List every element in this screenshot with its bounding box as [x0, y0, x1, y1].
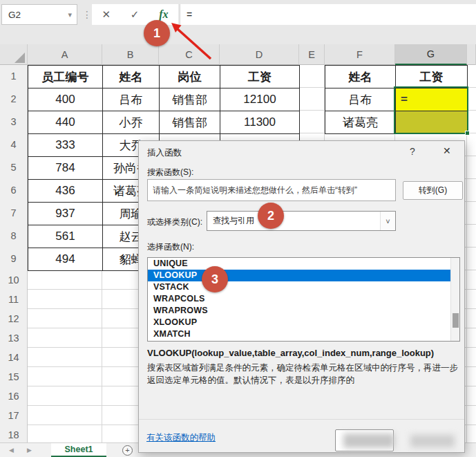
row-header[interactable]: 6 [0, 179, 27, 202]
row-header[interactable]: 4 [0, 133, 27, 156]
row-header[interactable]: 5 [0, 156, 27, 179]
cell-a6[interactable]: 436 [28, 180, 103, 203]
cell-a9[interactable]: 494 [28, 248, 103, 271]
cell-c1[interactable]: 岗位 [160, 66, 220, 88]
dialog-title: 插入函数 [147, 147, 182, 159]
function-help-link[interactable]: 有关该函数的帮助 [146, 432, 216, 444]
cell-f3[interactable]: 诸葛亮 [325, 111, 396, 134]
row-header[interactable]: 16 [0, 386, 27, 406]
col-header-sliver [467, 44, 476, 65]
cell-d1[interactable]: 工资 [220, 66, 300, 88]
add-sheet-icon[interactable]: + [122, 445, 133, 456]
col-header-e[interactable]: E [299, 44, 325, 65]
col-header-a[interactable]: A [28, 44, 102, 65]
chevron-down-icon[interactable]: ▾ [68, 10, 77, 19]
cell-b3[interactable]: 小乔 [103, 111, 160, 134]
select-function-label: 选择函数(N): [147, 241, 194, 253]
cell-a2[interactable]: 400 [28, 88, 103, 111]
category-dropdown[interactable]: 查找与引用 ˅ [207, 211, 396, 231]
cancel-icon[interactable]: ✕ [102, 8, 111, 21]
col-header-g-selected[interactable]: G [395, 44, 467, 65]
col-header-f[interactable]: F [325, 44, 395, 65]
row-header[interactable]: 12 [0, 309, 27, 328]
row-header[interactable]: 17 [0, 406, 27, 425]
excel-window: G2 ▾ ⋮ ✕ ✓ fx = A B C D E F G 1 2 3 [0, 0, 476, 457]
cell-a4[interactable]: 333 [28, 134, 103, 157]
function-item[interactable]: UNIQUE [148, 258, 459, 270]
go-button[interactable]: 转到(G) [403, 181, 463, 200]
formula-buttons: ✕ ✓ fx [92, 4, 178, 25]
fill-handle[interactable] [465, 131, 470, 136]
row-headers: 1 2 3 4 5 6 7 8 9 10 11 12 13 14 15 16 1… [0, 65, 28, 445]
combo-chevron-icon[interactable]: ˅ [380, 212, 395, 230]
cell-a8[interactable]: 561 [28, 225, 103, 248]
row-header[interactable]: 13 [0, 328, 27, 348]
cell-f1[interactable]: 姓名 [325, 66, 396, 88]
tab-sheet1[interactable]: Sheet1 [51, 443, 106, 457]
step-3-badge: 3 [202, 266, 228, 292]
name-box-value: G2 [2, 10, 68, 20]
function-item[interactable]: XLOOKUP [148, 317, 459, 328]
censor-blur [410, 435, 455, 447]
corner-triangle-icon [15, 53, 25, 63]
cell-a3[interactable]: 440 [28, 111, 103, 134]
row-header[interactable]: 1 [0, 65, 27, 88]
dialog-close-icon[interactable]: ✕ [443, 145, 451, 156]
cell-g1[interactable]: 工资 [396, 66, 468, 88]
scrollbar-thumb[interactable] [453, 313, 459, 328]
function-item[interactable]: WRAPCOLS [148, 293, 459, 305]
category-label: 或选择类别(C): [147, 216, 202, 228]
cell-f2[interactable]: 吕布 [325, 88, 396, 111]
select-all-corner[interactable] [0, 44, 28, 65]
row-header[interactable]: 14 [0, 348, 27, 367]
more-icon: ⋮ [82, 9, 92, 20]
cell-c3[interactable]: 销售部 [160, 111, 220, 134]
cell-a1[interactable]: 员工编号 [28, 66, 103, 88]
dialog-separator [139, 419, 464, 420]
formula-toolbar: G2 ▾ ⋮ ✕ ✓ fx = [0, 0, 476, 44]
col-header-d[interactable]: D [220, 44, 299, 65]
function-item-selected[interactable]: VLOOKUP [148, 270, 450, 281]
row-header[interactable]: 2 [0, 88, 27, 111]
search-function-label: 搜索函数(S): [147, 167, 193, 178]
col-header-b[interactable]: B [102, 44, 159, 65]
selection-range-border [394, 86, 468, 134]
prev-sheet-icon[interactable]: ◀ [9, 447, 14, 454]
cell-d3[interactable]: 11300 [220, 111, 300, 134]
function-item[interactable]: VSTACK [148, 281, 459, 293]
dialog-help-icon[interactable]: ? [410, 146, 415, 157]
insert-function-icon[interactable]: fx [159, 8, 168, 21]
row-header[interactable]: 3 [0, 111, 27, 133]
step-1-badge: 1 [144, 20, 170, 46]
search-function-input[interactable]: 请输入一条简短说明来描述您想做什么，然后单击“转到” [147, 179, 396, 201]
row-header[interactable]: 18 [0, 425, 27, 445]
row-header[interactable]: 10 [0, 270, 27, 290]
formula-bar[interactable]: = [180, 4, 476, 25]
function-signature: VLOOKUP(lookup_value,table_array,col_ind… [147, 348, 434, 358]
row-header[interactable]: 7 [0, 202, 27, 225]
category-value: 查找与引用 [207, 215, 380, 227]
col-header-c[interactable]: C [159, 44, 220, 65]
name-box[interactable]: G2 ▾ [1, 4, 77, 25]
function-item[interactable]: WRAPROWS [148, 305, 459, 317]
cell-a7[interactable]: 937 [28, 203, 103, 225]
enter-icon[interactable]: ✓ [131, 8, 140, 21]
cell-d2[interactable]: 12100 [220, 88, 300, 111]
insert-function-dialog: 插入函数 ? ✕ 搜索函数(S): 请输入一条简短说明来描述您想做什么，然后单击… [138, 140, 465, 453]
row-header[interactable]: 9 [0, 248, 27, 270]
cell-b2[interactable]: 吕布 [103, 88, 160, 111]
cell-b1[interactable]: 姓名 [103, 66, 160, 88]
function-description: 搜索表区域首列满足条件的元素，确定待检索单元格在区域中的行序号，再进一步返回选定… [147, 362, 459, 386]
row-header[interactable]: 15 [0, 367, 27, 386]
formula-bar-value: = [180, 9, 192, 20]
list-scrollbar[interactable] [450, 258, 459, 341]
row-header[interactable]: 8 [0, 225, 27, 248]
next-sheet-icon[interactable]: ▶ [27, 447, 32, 454]
function-list: UNIQUE VLOOKUP VSTACK WRAPCOLS WRAPROWS … [147, 257, 460, 342]
cell-c2[interactable]: 销售部 [160, 88, 220, 111]
function-item[interactable]: XMATCH [148, 328, 459, 340]
row-header[interactable]: 11 [0, 290, 27, 309]
step-2-badge: 2 [258, 203, 284, 229]
cell-a5[interactable]: 784 [28, 157, 103, 180]
column-headers: A B C D E F G [0, 44, 476, 65]
